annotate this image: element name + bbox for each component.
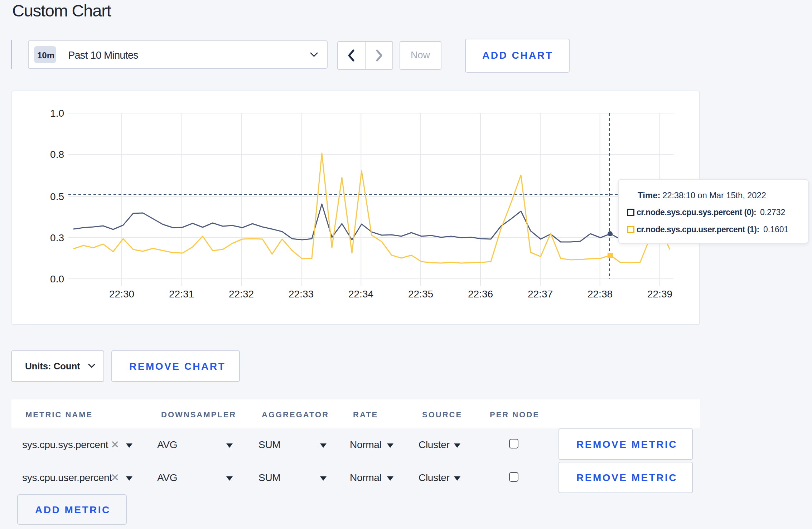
svg-text:0.3: 0.3 [50,232,64,243]
svg-text:22:37: 22:37 [528,288,553,300]
svg-text:1.0: 1.0 [50,108,64,119]
svg-text:0.0: 0.0 [50,273,64,285]
svg-text:22:33: 22:33 [289,288,314,300]
svg-text:22:36: 22:36 [468,288,493,300]
svg-text:22:35: 22:35 [408,288,433,300]
svg-text:22:32: 22:32 [229,288,254,300]
svg-text:22:39: 22:39 [647,288,672,300]
svg-text:0.5: 0.5 [50,191,64,202]
svg-text:22:30: 22:30 [109,288,134,300]
svg-text:0.8: 0.8 [50,149,64,160]
svg-text:22:38: 22:38 [588,288,613,300]
svg-text:22:31: 22:31 [169,288,194,300]
svg-text:22:34: 22:34 [348,288,373,300]
